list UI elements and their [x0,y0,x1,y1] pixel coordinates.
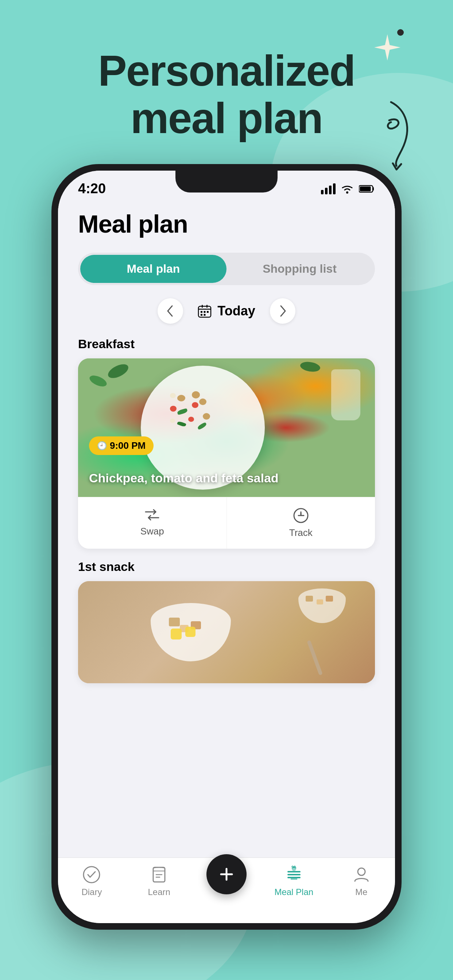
food-chickpea4 [203,413,210,420]
svg-rect-14 [204,314,206,316]
snack-image [78,581,375,683]
hero-title: Personalized meal plan [29,48,424,142]
food-feta [170,393,176,398]
learn-label: Learn [148,887,170,897]
status-icons [321,183,375,194]
status-time: 4:20 [78,181,106,197]
breakfast-title: Breakfast [78,337,375,351]
page-header: Meal plan [58,202,395,242]
svg-rect-6 [360,186,371,191]
leaf1 [106,363,131,380]
svg-rect-20 [287,877,301,878]
food-spinach [177,408,188,415]
food-chickpea3 [192,391,200,398]
food-spinach2 [177,421,187,427]
sparkle-dot [397,29,404,36]
phone-frame: 4:20 [51,164,402,930]
breakfast-section: Breakfast [58,337,395,549]
swap-icon [144,508,160,522]
time-badge: 🕘 9:00 PM [89,436,153,455]
tab-learn[interactable]: Learn [135,865,183,897]
tab-bar: Diary Learn [58,858,395,923]
next-date-button[interactable] [270,298,295,324]
meal-actions: Swap Track [78,497,375,549]
tab-shopping-list[interactable]: Shopping list [226,255,373,283]
granola-sm3 [326,596,333,601]
food-feta2 [170,418,175,423]
food-spinach3 [197,422,207,430]
track-button[interactable]: Track [227,497,375,549]
phone-notch [175,170,278,192]
svg-point-4 [346,191,348,194]
book-icon [150,865,169,884]
food-chickpea [177,395,185,401]
granola1 [169,617,180,626]
scroll-area: Meal plan Meal plan Shopping list [58,202,395,920]
deco-arrow [369,99,416,173]
food-tomato3 [170,406,177,412]
svg-rect-9 [206,305,207,308]
svg-rect-19 [287,874,301,875]
food-tomato [192,402,198,408]
tab-fab[interactable] [203,858,250,894]
pineapple1 [171,628,182,640]
check-circle-icon [82,865,101,884]
meal-time: 9:00 PM [110,440,145,451]
svg-point-22 [358,868,365,875]
clock-emoji: 🕘 [97,441,107,450]
wifi-icon [341,183,354,194]
svg-rect-12 [207,311,209,313]
person-icon [352,865,371,884]
prev-date-button[interactable] [158,298,183,324]
diary-label: Diary [81,887,102,897]
segmented-control: Meal plan Shopping list [78,253,375,285]
date-nav: Today [78,298,375,324]
svg-rect-13 [201,314,203,316]
svg-rect-11 [204,311,206,313]
meal-plan-label: Meal Plan [274,887,313,897]
calendar-icon [198,304,212,318]
svg-rect-3 [333,183,335,194]
food-chickpea2 [199,398,206,405]
plus-icon [217,865,236,883]
svg-rect-18 [287,871,301,872]
me-label: Me [355,887,367,897]
swap-button[interactable]: Swap [78,497,227,549]
granola-sm2 [317,600,323,605]
tab-meal-plan-bottom[interactable]: Meal Plan [270,865,318,897]
leaf2 [88,372,108,390]
svg-rect-10 [201,311,203,313]
sparkle-decoration [373,33,402,64]
tab-me[interactable]: Me [338,865,385,897]
breakfast-image: 🕘 9:00 PM Chickpea, tomato and feta sala… [78,358,375,497]
fab-button[interactable] [206,854,247,894]
svg-rect-2 [329,186,332,194]
granola-sm1 [306,596,313,601]
food-tomato2 [188,417,194,422]
glass-decoration [331,369,360,420]
snack-section: 1st snack [58,560,395,683]
meal-name: Chickpea, tomato and feta salad [89,470,364,486]
tab-meal-plan[interactable]: Meal plan [80,255,226,283]
date-label: Today [198,303,255,319]
pineapple2 [185,627,196,637]
signal-icon [321,183,335,194]
page-title: Meal plan [78,210,375,238]
tab-diary[interactable]: Diary [68,865,115,897]
track-label: Track [289,527,313,538]
phone-screen: 4:20 [58,170,395,923]
swap-label: Swap [140,526,164,537]
phone-container: 4:20 [51,164,402,930]
leaf3 [300,360,321,374]
svg-rect-0 [321,190,324,194]
snack-card [78,581,375,683]
breakfast-card: 🕘 9:00 PM Chickpea, tomato and feta sala… [78,358,375,549]
snack-title: 1st snack [78,560,375,574]
battery-icon [359,185,375,193]
svg-rect-1 [325,188,327,194]
meal-plan-icon [284,865,303,884]
svg-rect-8 [202,305,203,308]
svg-point-16 [83,867,100,883]
track-icon [293,508,309,523]
